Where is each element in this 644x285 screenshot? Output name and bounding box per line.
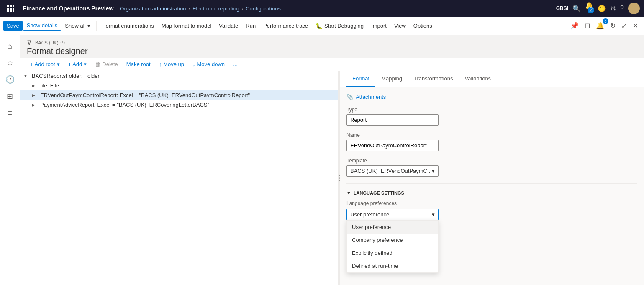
dropdown-item-user-pref[interactable]: User preference — [347, 221, 438, 234]
nav-icons: GBSI 🔍 🔔 2 🙂 ⚙ ? — [556, 1, 640, 16]
add-chevron-icon: ▾ — [84, 61, 87, 67]
type-label: Type — [346, 107, 637, 113]
settings-icon[interactable]: ⚙ — [610, 5, 616, 13]
tree-expand-icon[interactable]: ▶ — [32, 93, 40, 98]
add-root-chevron-icon: ▾ — [57, 61, 60, 67]
svg-rect-1 — [10, 5, 12, 7]
start-debugging-button[interactable]: 🐛 Start Debugging — [312, 21, 367, 31]
section-divider — [346, 183, 637, 184]
sidebar-workspace-icon[interactable]: ⊞ — [3, 89, 18, 104]
attachments-bar[interactable]: 📎 Attachments — [346, 94, 637, 100]
tree-item-selected[interactable]: ▶ ERVendOutPaymControlReport: Excel = "B… — [20, 90, 338, 100]
save-button[interactable]: Save — [3, 21, 23, 31]
panel-content: 📎 Attachments Type Name — [340, 87, 644, 234]
run-button[interactable]: Run — [242, 21, 259, 31]
make-root-button[interactable]: Make root — [123, 59, 154, 69]
dropdown-item-company-pref[interactable]: Company preference — [347, 234, 438, 246]
app-title: Finance and Operations Preview — [17, 5, 120, 12]
section-collapse-icon: ▼ — [346, 190, 351, 195]
import-button[interactable]: Import — [368, 21, 390, 31]
breadcrumb-er[interactable]: Electronic reporting — [192, 5, 239, 12]
tree-expand-icon[interactable]: ▶ — [32, 83, 40, 88]
main-layout: ⌂ ☆ 🕐 ⊞ ≡ ⊽ BACS (UK) : 9 Format designe… — [0, 35, 644, 285]
user-code: GBSI — [556, 5, 568, 11]
move-up-icon: ↑ — [159, 61, 162, 67]
split-pane: ▼ BACSReportsFolder: Folder ▶ file: File… — [20, 71, 644, 285]
breadcrumb-chevron-2: › — [242, 6, 243, 11]
view-button[interactable]: View — [391, 21, 409, 31]
tree-item[interactable]: ▼ BACSReportsFolder: Folder — [20, 71, 338, 81]
paperclip-icon: 📎 — [346, 94, 353, 100]
tree-item[interactable]: ▶ PaymentAdviceReport: Excel = "BACS (UK… — [20, 100, 338, 110]
svg-rect-6 — [7, 10, 9, 12]
move-up-button[interactable]: ↑ Move up — [156, 59, 187, 69]
sidebar-icons: ⌂ ☆ 🕐 ⊞ ≡ — [0, 35, 20, 285]
svg-rect-2 — [13, 5, 14, 7]
lang-pref-label: Language preferences — [346, 200, 637, 206]
page-title: Format designer — [27, 46, 637, 56]
tree-item-label: BACSReportsFolder: Folder — [32, 73, 334, 79]
avatar[interactable] — [628, 3, 640, 14]
lang-select-button[interactable]: User preference ▾ — [346, 209, 439, 220]
lang-selected-value: User preference — [350, 211, 389, 218]
more-button[interactable]: ... — [230, 59, 241, 69]
show-all-button[interactable]: Show all ▾ — [62, 21, 93, 31]
name-input[interactable] — [346, 140, 439, 151]
delete-button[interactable]: 🗑 Delete — [92, 59, 121, 69]
page-header: ⊽ BACS (UK) : 9 Format designer — [20, 35, 644, 58]
breadcrumb-configs[interactable]: Configurations — [246, 5, 281, 12]
add-button[interactable]: + Add ▾ — [65, 59, 90, 69]
tab-transformations[interactable]: Transformations — [408, 71, 459, 87]
dropdown-item-explicitly-defined[interactable]: Explicitly defined — [347, 246, 438, 259]
format-enumerations-button[interactable]: Format enumerations — [99, 21, 158, 31]
template-value: BACS (UK)_ERVendOutPaymC... — [350, 168, 432, 174]
help-icon[interactable]: ? — [620, 5, 624, 12]
notification-icon[interactable]: 🔔 2 — [585, 1, 593, 16]
grid-icon[interactable] — [4, 5, 17, 12]
map-format-to-model-button[interactable]: Map format to model — [158, 21, 215, 31]
refresh-icon[interactable]: ↻ — [608, 20, 618, 31]
tab-format[interactable]: Format — [346, 71, 375, 87]
tree-expand-icon[interactable]: ▼ — [23, 74, 32, 78]
pin-icon[interactable]: 📌 — [568, 20, 581, 31]
svg-rect-8 — [13, 10, 14, 12]
sidebar-list-icon[interactable]: ≡ — [3, 105, 18, 121]
tab-validations[interactable]: Validations — [459, 71, 497, 87]
svg-rect-0 — [7, 5, 9, 7]
sidebar-star-icon[interactable]: ☆ — [3, 55, 18, 70]
search-nav-icon[interactable]: 🔍 — [572, 5, 581, 13]
close-icon[interactable]: ✕ — [630, 20, 641, 31]
template-label: Template — [346, 158, 637, 164]
language-settings-header[interactable]: ▼ LANGUAGE SETTINGS — [346, 190, 637, 195]
right-panel: Format Mapping Transformations Validatio… — [340, 71, 644, 285]
layout-icon[interactable]: ⊡ — [582, 20, 593, 31]
performance-trace-button[interactable]: Performance trace — [260, 21, 311, 31]
badge-icon[interactable]: 🔔 0 — [593, 20, 607, 31]
expand-icon[interactable]: ⤢ — [619, 20, 629, 31]
tree-item[interactable]: ▶ file: File — [20, 81, 338, 90]
tree-item-label: PaymentAdviceReport: Excel = "BACS (UK)_… — [40, 102, 334, 108]
emoji-icon[interactable]: 🙂 — [598, 5, 606, 13]
breadcrumb-org[interactable]: Organization administration — [120, 5, 186, 12]
svg-rect-7 — [10, 10, 12, 12]
page-subtitle: BACS (UK) : 9 — [35, 40, 65, 45]
name-label: Name — [346, 132, 637, 138]
type-input[interactable] — [346, 114, 439, 126]
show-details-button[interactable]: Show details — [23, 21, 61, 31]
validate-button[interactable]: Validate — [216, 21, 241, 31]
move-down-button[interactable]: ↓ Move down — [189, 59, 228, 69]
template-select[interactable]: BACS (UK)_ERVendOutPaymC... ▾ — [346, 165, 439, 177]
add-root-button[interactable]: + Add root ▾ — [27, 59, 63, 69]
dropdown-item-defined-runtime[interactable]: Defined at run-time — [347, 259, 438, 272]
filter-icon[interactable]: ⊽ — [27, 39, 32, 46]
sidebar-home-icon[interactable]: ⌂ — [3, 39, 18, 54]
action-bar: + Add root ▾ + Add ▾ 🗑 Delete Make root … — [20, 58, 644, 71]
options-button[interactable]: Options — [410, 21, 436, 31]
content-area: ⊽ BACS (UK) : 9 Format designer + Add ro… — [20, 35, 644, 285]
sidebar-recent-icon[interactable]: 🕐 — [3, 72, 18, 87]
panel-tabs: Format Mapping Transformations Validatio… — [340, 71, 644, 87]
move-down-icon: ↓ — [192, 61, 195, 67]
svg-rect-4 — [10, 8, 12, 10]
tree-expand-icon[interactable]: ▶ — [32, 103, 40, 107]
tab-mapping[interactable]: Mapping — [375, 71, 408, 87]
